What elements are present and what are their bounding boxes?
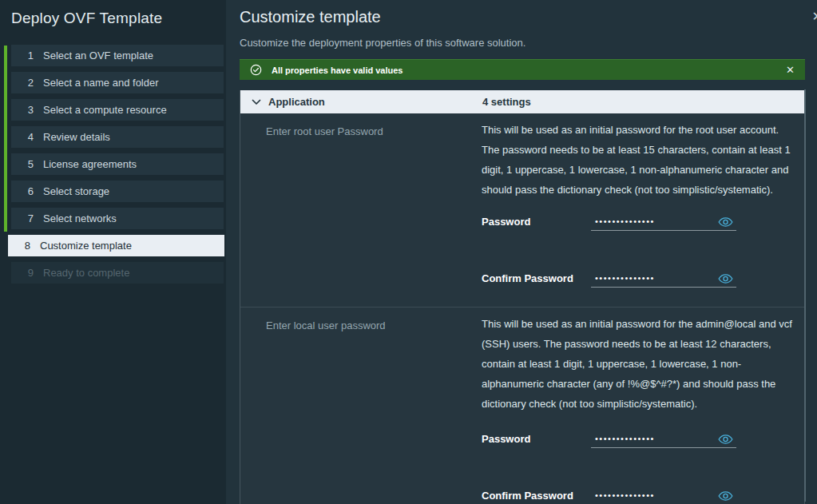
show-password-eye-icon[interactable] [718,490,733,502]
step-number: 6 [21,185,34,197]
password-field-row: Password [482,431,793,448]
sidebar-step-select-storage[interactable]: 6 Select storage [11,181,224,202]
show-password-eye-icon[interactable] [718,273,733,284]
sidebar-step-license-agreements[interactable]: 5 License agreements [11,153,224,175]
vertical-scrollbar[interactable] [804,89,806,502]
section-title: Application [268,96,325,108]
show-password-eye-icon[interactable] [718,216,733,228]
dialog-close-icon[interactable]: ✕ [812,9,817,24]
step-number: 8 [18,240,30,252]
sidebar-step-select-name-folder[interactable]: 2 Select a name and folder [11,72,224,93]
setting-group-root-password: Enter root user Password This will be us… [240,113,804,307]
field-label: Confirm Password [482,272,591,288]
progress-indicator [4,46,7,232]
show-password-eye-icon[interactable] [718,434,733,445]
sidebar-step-select-ovf-template[interactable]: 1 Select an OVF template [11,45,224,66]
sidebar-step-review-details[interactable]: 4 Review details [11,126,224,148]
step-label: Select storage [43,185,109,197]
section-header-application[interactable]: Application 4 settings [240,90,804,113]
wizard-main-panel: Customize template Customize the deploym… [226,0,817,504]
field-label: Password [482,216,591,231]
step-label: Review details [43,131,110,143]
banner-close-icon[interactable]: ✕ [783,64,797,76]
field-label: Confirm Password [482,490,591,504]
validation-banner: All properties have valid values ✕ [240,59,805,80]
page-subtitle: Customize the deployment properties of t… [240,37,817,49]
root-confirm-password-input[interactable] [591,272,736,287]
sidebar-step-customize-template[interactable]: 8 Customize template [8,235,224,256]
local-confirm-password-input[interactable] [591,489,736,504]
confirm-password-field-row: Confirm Password [482,487,793,504]
step-number: 2 [21,77,34,89]
step-number: 9 [21,267,34,279]
sidebar-step-ready-to-complete: 9 Ready to complete [11,262,224,284]
step-number: 7 [21,212,34,224]
wizard-steps: 1 Select an OVF template 2 Select a name… [0,45,226,284]
setting-label: Enter root user Password [266,120,482,288]
confirm-password-field-row: Confirm Password [482,270,793,288]
step-label: License agreements [43,158,137,170]
step-number: 5 [21,158,34,170]
sidebar-step-select-compute-resource[interactable]: 3 Select a compute resource [11,99,224,121]
banner-message: All properties have valid values [272,65,783,75]
local-password-input[interactable] [591,432,736,447]
page-title: Customize template [240,8,817,26]
step-label: Customize template [40,240,132,252]
step-number: 3 [21,104,34,116]
root-password-input[interactable] [591,215,736,230]
field-label: Password [482,433,591,448]
step-label: Select a compute resource [43,104,167,116]
step-label: Select networks [43,212,117,224]
step-label: Ready to complete [43,267,129,279]
password-field-row: Password [482,213,793,231]
settings-count: 4 settings [482,96,531,108]
dialog-title: Deploy OVF Template [0,10,226,27]
setting-description: This will be used as an initial password… [482,314,793,414]
wizard-sidebar: Deploy OVF Template 1 Select an OVF temp… [0,0,226,504]
setting-label: Enter local user password [266,314,482,504]
setting-description: This will be used as an initial password… [482,120,793,200]
chevron-down-icon[interactable] [252,99,261,105]
sidebar-step-select-networks[interactable]: 7 Select networks [11,208,224,229]
check-circle-icon [250,64,262,76]
setting-group-local-password: Enter local user password This will be u… [240,307,804,504]
step-number: 1 [21,50,34,62]
step-label: Select a name and folder [43,77,159,89]
settings-panel: Application 4 settings Enter root user P… [240,90,805,504]
step-label: Select an OVF template [43,50,153,62]
step-number: 4 [21,131,34,143]
